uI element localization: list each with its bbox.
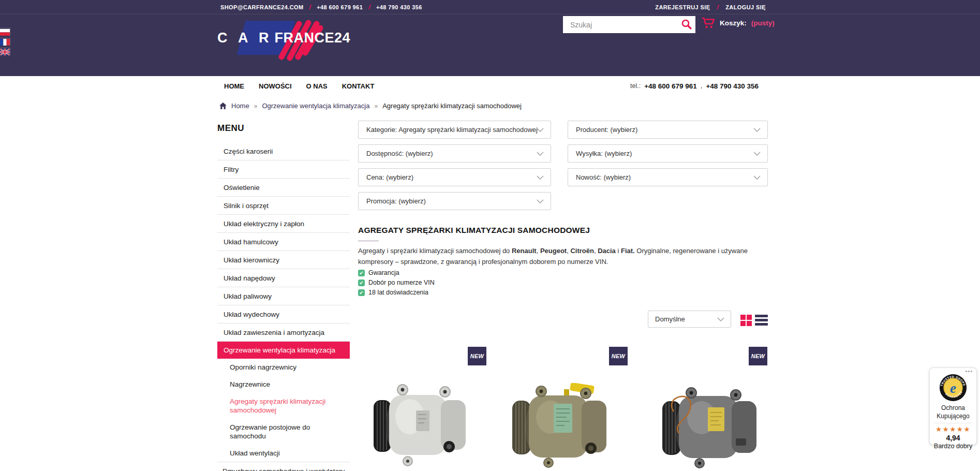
home-icon: [219, 102, 227, 109]
svg-text:e: e: [950, 380, 956, 396]
heading-underline: [358, 241, 379, 241]
sidebar-item-filtry[interactable]: Filtry: [217, 160, 350, 179]
site-header: SHOP@CARFRANCE24.COM / +48 600 679 961 /…: [0, 0, 980, 76]
topbar-phone2-link[interactable]: +48 790 430 356: [376, 4, 422, 10]
filters-left-column: Kategorie: Agregaty sprężarki klimatyzac…: [358, 121, 551, 216]
sidebar-menu: MENU Części karoserii Filtry Oświetlenie…: [217, 123, 350, 471]
benefit-item: ✔ Dobór po numerze VIN: [358, 279, 435, 286]
benefit-item: ✔ Gwarancja: [358, 269, 435, 276]
logo-text: C A RFRANCE24: [217, 30, 321, 46]
filters-right-column: Producent: (wybierz) Wysyłka: (wybierz) …: [568, 121, 768, 192]
trust-title: OchronaKupującego: [930, 404, 976, 420]
check-icon: ✔: [358, 270, 365, 276]
grid-view-icon[interactable]: [740, 315, 752, 326]
filter-kategorie[interactable]: Kategorie: Agregaty sprężarki klimatyzac…: [358, 121, 551, 139]
sidebar-subitem-nagrzewnice[interactable]: Nagrzewnice: [217, 376, 350, 393]
search-input[interactable]: [563, 16, 695, 33]
sidebar-item-uklad-napedowy[interactable]: Układ napędowy: [217, 269, 350, 287]
uk-flag-icon[interactable]: [0, 48, 10, 55]
trust-divider: [934, 423, 972, 423]
new-badge: NEW: [749, 347, 767, 365]
login-link[interactable]: ZALOGUJ SIĘ: [725, 4, 766, 10]
language-switcher: [0, 28, 10, 55]
slash-separator: /: [717, 4, 719, 11]
nav-item-home[interactable]: HOME: [224, 82, 244, 90]
nav-phone2[interactable]: +48 790 430 356: [706, 82, 759, 90]
chevron-down-icon: [717, 317, 724, 321]
sidebar-item-uklad-zawieszenia[interactable]: Układ zawieszenia i amortyzacja: [217, 323, 350, 342]
category-description: Agregaty i sprężarki klimatyzacji samoch…: [358, 246, 771, 267]
topbar-contacts: SHOP@CARFRANCE24.COM / +48 600 679 961 /…: [220, 0, 422, 14]
slash-separator: /: [309, 4, 311, 11]
cart-status: (pusty): [751, 19, 775, 27]
product-image-compressor-2[interactable]: [508, 383, 612, 471]
sidebar-item-czesci-karoserii[interactable]: Części karoserii: [217, 142, 350, 160]
france-flag-icon[interactable]: [0, 38, 10, 45]
sidebar-subitem-agregaty-active[interactable]: Agregaty sprężarki klimatyzacji samochod…: [217, 393, 350, 419]
list-view-icon[interactable]: [755, 315, 768, 326]
product-image-compressor-3[interactable]: [658, 386, 762, 471]
sidebar-item-uklad-elektryczny[interactable]: Układ elektryczny i zapłon: [217, 215, 350, 233]
sidebar-item-uklad-wydechowy[interactable]: Układ wydechowy: [217, 305, 350, 323]
chevron-down-icon: [537, 152, 544, 156]
nav-item-o-nas[interactable]: O NAS: [306, 82, 328, 90]
filter-dostepnosc[interactable]: Dostępność: (wybierz): [358, 144, 551, 163]
benefit-item: ✔ 18 lat doświadczenia: [358, 289, 435, 296]
cart-label: Koszyk:: [720, 19, 747, 27]
breadcrumb-category[interactable]: Ogrzewanie wentylacja klimatyzacja: [262, 102, 369, 110]
chevron-down-icon: [537, 128, 544, 132]
sidebar-item-dmuchawy[interactable]: Dmuchawy samochodowe i wentylatory: [217, 462, 350, 471]
chevron-down-icon: [753, 175, 761, 180]
sidebar-subitem-ogrzewanie-postojowe[interactable]: Ogrzewanie postojowe do samochodu: [217, 419, 350, 445]
new-badge: NEW: [468, 347, 486, 365]
sidebar-item-oswietlenie[interactable]: Oświetlenie: [217, 179, 350, 197]
benefits-list: ✔ Gwarancja ✔ Dobór po numerze VIN ✔ 18 …: [358, 269, 435, 299]
nav-item-nowosci[interactable]: NOWOŚCI: [259, 82, 292, 90]
topbar-phone1-link[interactable]: +48 600 679 961: [317, 4, 363, 10]
sidebar-item-ogrzewanie-active[interactable]: Ogrzewanie wentylacja klimatyzacja: [217, 342, 350, 359]
topbar: SHOP@CARFRANCE24.COM / +48 600 679 961 /…: [0, 0, 980, 14]
topbar-email-link[interactable]: SHOP@CARFRANCE24.COM: [220, 4, 304, 10]
filter-cena[interactable]: Cena: (wybierz): [358, 168, 551, 186]
filter-producent[interactable]: Producent: (wybierz): [568, 121, 768, 139]
page: SHOP@CARFRANCE24.COM / +48 600 679 961 /…: [0, 0, 980, 471]
sidebar-item-uklad-kierowniczy[interactable]: Układ kierowniczy: [217, 251, 350, 269]
topbar-account: ZAREJESTRUJ SIĘ / ZALOGUJ SIĘ: [655, 0, 766, 14]
trust-stars: ★★★★★: [930, 425, 976, 433]
cart-icon: [702, 17, 715, 29]
trusted-shops-widget[interactable]: ••• TRUSTED SHOPS GUARANTEE e OchronaKup…: [929, 367, 977, 445]
cart-widget[interactable]: Koszyk: (pusty): [702, 17, 775, 29]
register-link[interactable]: ZAREJESTRUJ SIĘ: [655, 4, 710, 10]
sort-dropdown[interactable]: Domyślne: [648, 311, 731, 328]
sidebar-subitem-oporniki[interactable]: Oporniki nagrzewnicy: [217, 359, 350, 376]
poland-flag-icon[interactable]: [0, 28, 10, 35]
check-icon: ✔: [358, 289, 365, 296]
filter-wysylka[interactable]: Wysyłka: (wybierz): [568, 144, 768, 163]
trust-widget-menu-icon[interactable]: •••: [965, 368, 973, 374]
chevron-down-icon: [753, 152, 761, 156]
chevron-down-icon: [537, 175, 544, 180]
chevron-down-icon: [753, 128, 761, 132]
sidebar-subitem-uklad-wentylacji[interactable]: Układ wentylacji: [217, 445, 350, 462]
product-image-compressor-1[interactable]: [368, 380, 472, 471]
breadcrumb-home[interactable]: Home: [231, 102, 249, 110]
search-bar: [563, 16, 695, 33]
trust-rating-value: 4,94: [930, 434, 976, 442]
nav-item-kontakt[interactable]: KONTAKT: [342, 82, 375, 90]
filter-promocja[interactable]: Promocja: (wybierz): [358, 192, 551, 210]
sidebar-item-uklad-paliwowy[interactable]: Układ paliwowy: [217, 287, 350, 305]
trusted-shops-logo-icon: TRUSTED SHOPS GUARANTEE e: [939, 374, 967, 402]
nav-phone1[interactable]: +48 600 679 961: [644, 82, 697, 90]
sidebar-item-uklad-hamulcowy[interactable]: Układ hamulcowy: [217, 233, 350, 251]
filter-nowosc[interactable]: Nowość: (wybierz): [568, 168, 768, 186]
sidebar-item-silnik[interactable]: Silnik i osprzęt: [217, 197, 350, 215]
tel-label: tel.:: [630, 82, 641, 90]
sidebar-title: MENU: [217, 123, 350, 134]
slash-separator: /: [368, 4, 370, 11]
site-logo[interactable]: C A RFRANCE24: [217, 19, 321, 58]
chevron-down-icon: [537, 199, 544, 203]
page-title: AGREGATY SPRĘŻARKI KLIMATYZACJI SAMOCHOD…: [358, 226, 590, 235]
breadcrumb: Home » Ogrzewanie wentylacja klimatyzacj…: [219, 102, 522, 110]
new-badge: NEW: [609, 347, 628, 365]
search-button[interactable]: [680, 19, 693, 31]
